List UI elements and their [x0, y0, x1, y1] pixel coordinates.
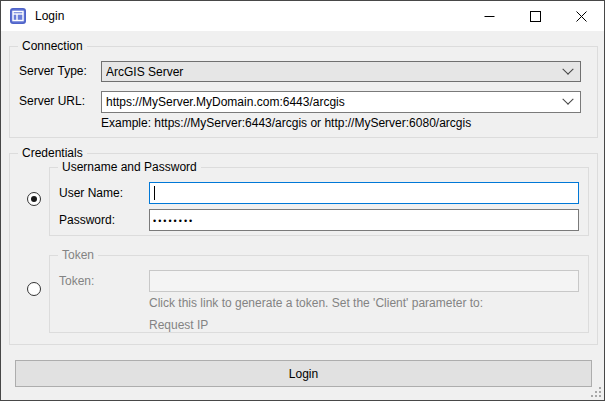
- titlebar[interactable]: Login: [1, 1, 604, 31]
- password-input[interactable]: [150, 210, 578, 230]
- username-password-radio[interactable]: [27, 192, 41, 206]
- close-button[interactable]: [558, 1, 604, 31]
- server-type-dropdown[interactable]: ArcGIS Server: [101, 61, 581, 82]
- maximize-button[interactable]: [512, 1, 558, 31]
- server-type-label: Server Type:: [19, 64, 87, 79]
- server-url-label: Server URL:: [19, 94, 85, 109]
- token-label: Token:: [59, 274, 94, 289]
- maximize-icon: [530, 11, 541, 22]
- token-group: Token: [49, 255, 589, 333]
- token-radio[interactable]: [27, 282, 41, 296]
- token-input: [150, 271, 578, 291]
- close-icon: [576, 11, 587, 22]
- password-label: Password:: [59, 213, 115, 228]
- username-password-group-label: Username and Password: [58, 160, 201, 174]
- token-field: [149, 270, 579, 292]
- username-field[interactable]: [149, 182, 579, 204]
- chevron-down-icon: [562, 94, 573, 105]
- server-url-example: Example: https://MyServer:6443/arcgis or…: [101, 116, 471, 131]
- username-label: User Name:: [59, 186, 123, 201]
- password-field[interactable]: [149, 209, 579, 231]
- token-group-label: Token: [58, 248, 98, 262]
- server-url-combobox[interactable]: https://MyServer.MyDomain.com:6443/arcgi…: [101, 91, 581, 113]
- request-ip-link[interactable]: Request IP: [149, 318, 208, 333]
- credentials-group-label: Credentials: [18, 146, 87, 160]
- server-url-value: https://MyServer.MyDomain.com:6443/arcgi…: [106, 95, 564, 109]
- username-input[interactable]: [150, 183, 578, 203]
- minimize-icon: [484, 11, 495, 22]
- token-instruction: Click this link to generate a token. Set…: [149, 296, 483, 311]
- login-dialog: Login Connection Server Type:: [0, 0, 605, 401]
- text-caret: [154, 186, 155, 200]
- minimize-button[interactable]: [466, 1, 512, 31]
- login-button[interactable]: Login: [15, 360, 592, 387]
- connection-group-label: Connection: [18, 39, 87, 53]
- window-title: Login: [35, 9, 64, 23]
- app-window-icon: [10, 8, 26, 24]
- chevron-down-icon: [562, 63, 573, 74]
- server-type-value: ArcGIS Server: [106, 65, 564, 79]
- resize-grip-icon[interactable]: [589, 385, 601, 397]
